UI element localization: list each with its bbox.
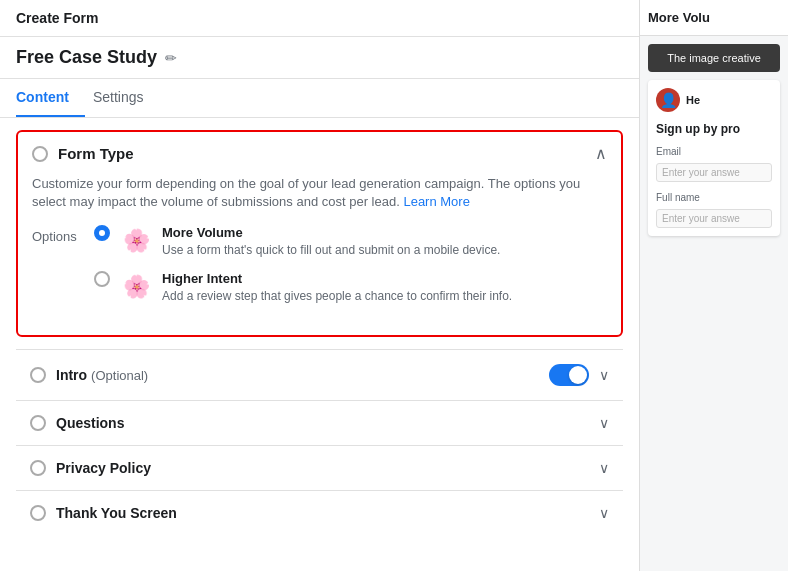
create-form-title: Create Form: [16, 10, 98, 26]
option-higher-intent-text: Higher Intent Add a review step that giv…: [162, 271, 607, 305]
section-privacy: Privacy Policy ∨: [16, 445, 623, 490]
questions-chevron[interactable]: ∨: [599, 415, 609, 431]
section-privacy-right: ∨: [599, 460, 609, 476]
preview-card: 👤 He Sign up by pro Email Enter your ans…: [648, 80, 780, 236]
option-higher-intent-icon: 🌸: [120, 271, 152, 303]
section-thank-you: Thank You Screen ∨: [16, 490, 623, 535]
section-questions-right: ∨: [599, 415, 609, 431]
preview-area: The image creative 👤 He Sign up by pro E…: [640, 36, 788, 571]
privacy-chevron[interactable]: ∨: [599, 460, 609, 476]
option-higher-intent-title: Higher Intent: [162, 271, 607, 286]
section-thankyou-right: ∨: [599, 505, 609, 521]
form-type-header: Form Type ∧: [18, 132, 621, 175]
section-questions-title: Questions: [56, 415, 124, 431]
tabs-row: Content Settings: [0, 79, 639, 118]
section-privacy-radio[interactable]: [30, 460, 46, 476]
tab-settings[interactable]: Settings: [93, 79, 160, 117]
form-title-row: Free Case Study ✏: [0, 37, 639, 79]
left-panel: Create Form Free Case Study ✏ Content Se…: [0, 0, 640, 571]
option-more-volume-desc: Use a form that's quick to fill out and …: [162, 242, 607, 259]
option-higher-intent: 🌸 Higher Intent Add a review step that g…: [94, 271, 607, 305]
edit-icon[interactable]: ✏: [165, 50, 177, 66]
option-more-volume-icon: 🌸: [120, 225, 152, 257]
option-higher-intent-radio[interactable]: [94, 271, 110, 287]
sign-up-text: Sign up by pro: [656, 122, 772, 136]
form-type-chevron[interactable]: ∧: [595, 144, 607, 163]
section-privacy-left: Privacy Policy: [30, 460, 151, 476]
section-questions: Questions ∨: [16, 400, 623, 445]
preview-avatar: 👤: [656, 88, 680, 112]
option-more-volume-text: More Volume Use a form that's quick to f…: [162, 225, 607, 259]
fullname-input-preview: Enter your answe: [656, 209, 772, 228]
option-more-volume: 🌸 More Volume Use a form that's quick to…: [94, 225, 607, 259]
form-type-radio[interactable]: [32, 146, 48, 162]
tab-content[interactable]: Content: [16, 79, 85, 117]
right-panel: More Volu The image creative 👤 He Sign u…: [640, 0, 788, 571]
section-intro: Intro(Optional) ∨: [16, 349, 623, 400]
image-creative-box: The image creative: [648, 44, 780, 72]
fullname-label: Full name: [656, 192, 772, 203]
form-title: Free Case Study: [16, 47, 157, 68]
section-intro-title: Intro(Optional): [56, 367, 148, 383]
section-questions-radio[interactable]: [30, 415, 46, 431]
right-panel-header: More Volu: [640, 0, 788, 36]
email-label: Email: [656, 146, 772, 157]
option-more-volume-radio[interactable]: [94, 225, 110, 241]
email-input-preview: Enter your answe: [656, 163, 772, 182]
intro-toggle[interactable]: [549, 364, 589, 386]
learn-more-link[interactable]: Learn More: [403, 194, 469, 209]
preview-he-text: He: [686, 94, 700, 106]
create-form-header: Create Form: [0, 0, 639, 37]
section-privacy-title: Privacy Policy: [56, 460, 151, 476]
thankyou-chevron[interactable]: ∨: [599, 505, 609, 521]
section-intro-left: Intro(Optional): [30, 367, 148, 383]
options-row: Options 🌸 More Volume Use a form that's …: [32, 225, 607, 317]
section-questions-left: Questions: [30, 415, 124, 431]
form-type-body: Customize your form depending on the goa…: [18, 175, 621, 335]
form-type-header-left: Form Type: [32, 145, 134, 162]
section-intro-right: ∨: [549, 364, 609, 386]
option-more-volume-title: More Volume: [162, 225, 607, 240]
section-intro-radio[interactable]: [30, 367, 46, 383]
intro-chevron[interactable]: ∨: [599, 367, 609, 383]
options-list: 🌸 More Volume Use a form that's quick to…: [94, 225, 607, 317]
section-thankyou-left: Thank You Screen: [30, 505, 177, 521]
intro-optional: (Optional): [91, 368, 148, 383]
option-higher-intent-desc: Add a review step that gives people a ch…: [162, 288, 607, 305]
form-type-description: Customize your form depending on the goa…: [32, 175, 607, 211]
form-type-title: Form Type: [58, 145, 134, 162]
section-thankyou-radio[interactable]: [30, 505, 46, 521]
preview-avatar-row: 👤 He: [656, 88, 772, 112]
options-label: Options: [32, 225, 82, 244]
form-type-section: Form Type ∧ Customize your form dependin…: [16, 130, 623, 337]
section-thankyou-title: Thank You Screen: [56, 505, 177, 521]
content-area: Form Type ∧ Customize your form dependin…: [0, 118, 639, 571]
